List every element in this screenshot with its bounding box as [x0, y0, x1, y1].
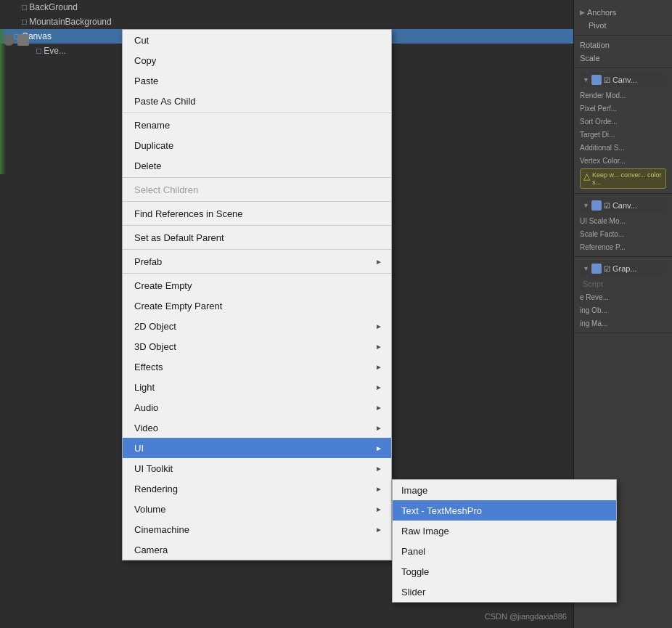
- submenu-item-image[interactable]: Image: [393, 480, 616, 500]
- menu-item-duplicate[interactable]: Duplicate: [123, 135, 391, 155]
- arrow-icon-cinemachine: ►: [375, 526, 382, 534]
- menu-item-volume[interactable]: Volume ►: [123, 499, 391, 519]
- canvas-label-2: Canv...: [612, 201, 637, 210]
- script-row: Script: [580, 277, 666, 290]
- arrow-icon-ui: ►: [375, 444, 382, 452]
- scale-label: Scale: [580, 54, 600, 62]
- blocking-mask-label: ing Ma...: [580, 319, 607, 327]
- arrow-icon-volume: ►: [375, 505, 382, 513]
- triangle-icon: ▼: [583, 202, 589, 209]
- additional-label: Additional S...: [580, 144, 625, 152]
- arrow-icon: ►: [375, 258, 382, 266]
- submenu-item-panel[interactable]: Panel: [393, 541, 616, 561]
- arrow-icon-rendering: ►: [375, 485, 382, 493]
- submenu-ui: Image Text - TextMeshPro Raw Image Panel…: [392, 479, 617, 603]
- warning-icon: △: [583, 171, 590, 182]
- reference-label: Reference P...: [580, 243, 626, 251]
- separator-3: [123, 201, 391, 202]
- checkbox-icon[interactable]: ☑: [604, 76, 610, 84]
- menu-item-light[interactable]: Light ►: [123, 377, 391, 397]
- sort-order-row: Sort Orde...: [580, 115, 666, 128]
- canvas-header-1[interactable]: ▼ ☑ Canv...: [580, 73, 666, 87]
- triangle-icon: ▶: [580, 9, 585, 16]
- submenu-item-text-tmp[interactable]: Text - TextMeshPro: [393, 500, 616, 521]
- menu-item-copy[interactable]: Copy: [123, 50, 391, 70]
- menu-item-create-empty[interactable]: Create Empty: [123, 275, 391, 295]
- menu-item-delete[interactable]: Delete: [123, 155, 391, 176]
- ignore-reversed-row: ing Ob...: [580, 303, 666, 317]
- submenu-item-slider[interactable]: Slider: [393, 582, 616, 602]
- graphic-label: Grap...: [612, 264, 637, 273]
- menu-item-cinemachine[interactable]: Cinemachine ►: [123, 519, 391, 539]
- menu-item-3d-object[interactable]: 3D Object ►: [123, 336, 391, 356]
- sort-order-label: Sort Orde...: [580, 118, 618, 126]
- canvas-header-2[interactable]: ▼ ☑ Canv...: [580, 198, 666, 213]
- reverse-row: e Reve...: [580, 290, 666, 303]
- arrow-icon-effects: ►: [375, 363, 382, 371]
- pivot-label: Pivot: [589, 21, 606, 30]
- menu-item-camera[interactable]: Camera: [123, 539, 391, 560]
- arrow-icon-audio: ►: [375, 404, 382, 412]
- canvas-scaler-component: ▼ ☑ Canv... UI Scale Mo... Scale Facto..…: [574, 194, 672, 257]
- scale-factor-label: Scale Facto...: [580, 230, 624, 238]
- arrow-icon-light: ►: [375, 383, 382, 391]
- menu-item-paste-as-child[interactable]: Paste As Child: [123, 91, 391, 111]
- menu-item-set-default-parent[interactable]: Set as Default Parent: [123, 227, 391, 248]
- menu-item-prefab[interactable]: Prefab ►: [123, 251, 391, 272]
- pixel-perf-label: Pixel Perf...: [580, 105, 617, 113]
- menu-item-paste[interactable]: Paste: [123, 70, 391, 91]
- scale-row: Scale: [580, 52, 666, 65]
- menu-item-2d-object[interactable]: 2D Object ►: [123, 316, 391, 336]
- transform-section: ▶ Anchors Pivot: [574, 3, 672, 36]
- context-menu: Cut Copy Paste Paste As Child Rename Dup…: [122, 29, 392, 560]
- ui-scale-label: UI Scale Mo...: [580, 217, 626, 225]
- rotation-label: Rotation: [580, 41, 610, 49]
- menu-item-ui-toolkit[interactable]: UI Toolkit ►: [123, 458, 391, 478]
- arrow-icon-ui-toolkit: ►: [375, 465, 382, 473]
- reference-row: Reference P...: [580, 240, 666, 253]
- vertex-color-label: Vertex Color...: [580, 157, 626, 165]
- checkbox-icon-2[interactable]: ☑: [604, 202, 610, 210]
- reverse-label: e Reve...: [580, 293, 609, 301]
- vertex-color-row: Vertex Color...: [580, 154, 666, 167]
- hierarchy-item-mountainbg[interactable]: □ MountainBackground: [0, 15, 573, 29]
- checkbox-icon-3[interactable]: ☑: [604, 265, 610, 273]
- component-icon-3: [591, 264, 602, 274]
- submenu-item-toggle[interactable]: Toggle: [393, 561, 616, 582]
- target-display-row: Target Di...: [580, 128, 666, 141]
- additional-row: Additional S...: [580, 141, 666, 154]
- separator-4: [123, 225, 391, 226]
- menu-item-ui[interactable]: UI ►: [123, 438, 391, 458]
- graphic-raycaster-component: ▼ ☑ Grap... Script e Reve... ing Ob... i…: [574, 257, 672, 333]
- left-edge-decoration: [0, 29, 6, 174]
- canvas-label-1: Canv...: [612, 76, 637, 84]
- rotation-row: Rotation: [580, 38, 666, 52]
- scale-factor-row: Scale Facto...: [580, 227, 666, 240]
- menu-item-audio[interactable]: Audio ►: [123, 397, 391, 417]
- component-icon: [591, 75, 602, 85]
- arrow-icon-video: ►: [375, 424, 382, 432]
- triangle-icon: ▼: [583, 76, 589, 83]
- target-display-label: Target Di...: [580, 131, 615, 139]
- render-mode-label: Render Mod...: [580, 91, 626, 99]
- menu-item-rename[interactable]: Rename: [123, 115, 391, 135]
- anchors-label: Anchors: [587, 8, 616, 17]
- menu-item-cut[interactable]: Cut: [123, 30, 391, 50]
- separator-6: [123, 273, 391, 274]
- menu-item-effects[interactable]: Effects ►: [123, 356, 391, 377]
- graphic-header[interactable]: ▼ ☑ Grap...: [580, 261, 666, 276]
- triangle-icon: ▼: [583, 265, 589, 272]
- menu-item-create-empty-parent[interactable]: Create Empty Parent: [123, 295, 391, 316]
- menu-item-rendering[interactable]: Rendering ►: [123, 478, 391, 499]
- warning-text: Keep w... conver... color s...: [592, 171, 663, 186]
- separator-5: [123, 249, 391, 250]
- menu-item-find-references[interactable]: Find References in Scene: [123, 203, 391, 224]
- blocking-mask-row: ing Ma...: [580, 317, 666, 330]
- separator-1: [123, 113, 391, 113]
- submenu-item-raw-image[interactable]: Raw Image: [393, 521, 616, 541]
- hierarchy-item-background[interactable]: □ BackGround: [0, 0, 573, 15]
- menu-item-video[interactable]: Video ►: [123, 417, 391, 438]
- hand-icon[interactable]: [17, 34, 29, 46]
- script-label: Script: [583, 280, 603, 288]
- arrow-icon-3d: ►: [375, 343, 382, 351]
